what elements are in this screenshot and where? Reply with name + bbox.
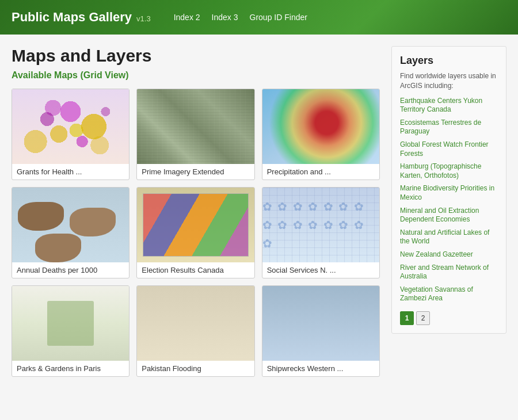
- map-thumbnail-pakistan-flooding: [137, 286, 254, 361]
- pagination: 12: [400, 311, 498, 325]
- sidebar-link-hamburg[interactable]: Hamburg (Topographische Karten, Orthofot…: [400, 162, 498, 180]
- sidebar-link-marine-bio[interactable]: Marine Biodiversity Priorities in Mexico: [400, 184, 498, 202]
- sidebar-link-eq-yukon[interactable]: Earthquake Centers Yukon Territory Canad…: [400, 97, 498, 114]
- map-label-grants-health: Grants for Health ...: [12, 164, 129, 180]
- main-nav: Index 2 Index 3 Group ID Finder: [174, 13, 307, 22]
- map-label-prime-imagery: Prime Imagery Extended: [137, 164, 254, 180]
- map-card-annual-deaths[interactable]: Annual Deaths per 1000: [12, 187, 130, 278]
- content-area: Maps and Layers Available Maps (Grid Vie…: [12, 46, 391, 408]
- map-card-social-services[interactable]: Social Services N. ...: [262, 187, 380, 278]
- map-card-shipwrecks[interactable]: Shipwrecks Western ...: [262, 285, 380, 377]
- app-title: Public Maps Gallery v1.3: [12, 10, 151, 25]
- map-label-precipitation: Precipitation and ...: [262, 164, 379, 180]
- nav-group-id-finder[interactable]: Group ID Finder: [250, 13, 307, 22]
- map-label-parks-paris: Parks & Gardens in Paris: [12, 361, 129, 376]
- app-header: Public Maps Gallery v1.3 Index 2 Index 3…: [0, 0, 518, 35]
- map-card-grants-health[interactable]: Grants for Health ...: [12, 89, 130, 180]
- nav-index3[interactable]: Index 3: [212, 13, 238, 22]
- map-thumbnail-shipwrecks: [262, 286, 379, 361]
- nav-index2[interactable]: Index 2: [174, 13, 200, 22]
- map-thumbnail-annual-deaths: [12, 188, 129, 262]
- main-content: Maps and Layers Available Maps (Grid Vie…: [0, 35, 518, 420]
- sidebar-link-mineral-oil[interactable]: Mineral and Oil Extraction Dependent Eco…: [400, 207, 498, 224]
- section-title: Available Maps (Grid View): [12, 70, 380, 81]
- layers-sidebar: Layers Find worldwide layers usable in A…: [391, 46, 506, 334]
- map-grid: Grants for Health ...Prime Imagery Exten…: [12, 89, 380, 377]
- map-card-pakistan-flooding[interactable]: Pakistan Flooding: [136, 285, 254, 377]
- sidebar-link-natural-lakes[interactable]: Natural and Artificial Lakes of the Worl…: [400, 228, 498, 246]
- page-btn-1[interactable]: 1: [400, 311, 414, 325]
- map-label-annual-deaths: Annual Deaths per 1000: [12, 262, 129, 278]
- map-thumbnail-precipitation: [262, 89, 379, 164]
- map-thumbnail-social-services: [262, 188, 379, 262]
- map-card-parks-paris[interactable]: Parks & Gardens in Paris: [12, 285, 130, 377]
- map-label-social-services: Social Services N. ...: [262, 262, 379, 278]
- sidebar-links: Earthquake Centers Yukon Territory Canad…: [400, 97, 498, 303]
- map-label-shipwrecks: Shipwrecks Western ...: [262, 361, 379, 376]
- map-thumbnail-election-canada: [137, 188, 254, 262]
- sidebar-description: Find worldwide layers usable in ArcGIS i…: [400, 71, 498, 91]
- page-btn-2[interactable]: 2: [416, 311, 430, 325]
- title-text: Public Maps Gallery: [12, 10, 132, 25]
- sidebar-link-new-zealand[interactable]: New Zealand Gazetteer: [400, 250, 498, 259]
- map-thumbnail-grants-health: [12, 89, 129, 164]
- map-thumbnail-parks-paris: [12, 286, 129, 361]
- sidebar-title: Layers: [400, 55, 498, 67]
- sidebar-link-ecosistemas[interactable]: Ecosistemas Terrestres de Paraguay: [400, 119, 498, 136]
- sidebar-link-vegetation[interactable]: Vegetation Savannas of Zambezi Area: [400, 285, 498, 303]
- map-card-precipitation[interactable]: Precipitation and ...: [262, 89, 380, 180]
- map-thumbnail-prime-imagery: [137, 89, 254, 164]
- map-label-pakistan-flooding: Pakistan Flooding: [137, 361, 254, 376]
- map-label-election-canada: Election Results Canada: [137, 262, 254, 278]
- version-text: v1.3: [136, 14, 151, 23]
- sidebar-link-global-forest[interactable]: Global Forest Watch Frontier Forests: [400, 140, 498, 158]
- map-card-election-canada[interactable]: Election Results Canada: [136, 187, 254, 278]
- page-title: Maps and Layers: [12, 46, 380, 66]
- sidebar-link-river-stream[interactable]: River and Stream Network of Australia: [400, 264, 498, 281]
- map-card-prime-imagery[interactable]: Prime Imagery Extended: [136, 89, 254, 180]
